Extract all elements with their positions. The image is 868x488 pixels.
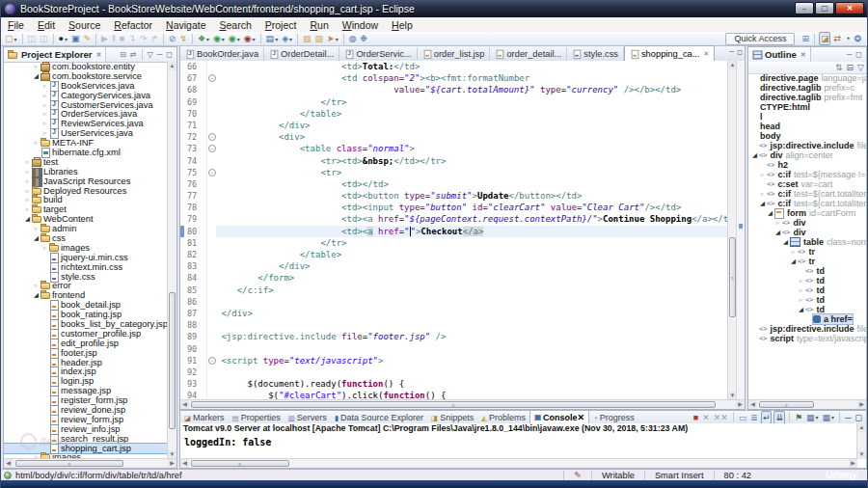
tree-item-style-css[interactable]: style.css xyxy=(4,272,168,282)
code-line[interactable]: 74 <tr><td>&nbsp;</td></tr> xyxy=(180,155,728,167)
tree-item-build[interactable]: ▹build xyxy=(4,195,168,204)
outline-item-table[interactable]: ◢tableclass=normal xyxy=(748,237,866,247)
code-line[interactable]: 70 </table> xyxy=(180,108,728,120)
chevron-collapsed-icon[interactable]: ▹ xyxy=(23,168,32,176)
view-tab-snippets[interactable]: ◨Snippets xyxy=(427,412,477,423)
code-line[interactable]: 82 </table> xyxy=(180,249,728,260)
outline-item-td[interactable]: ◢<>td xyxy=(748,305,866,314)
code-line[interactable]: 88 xyxy=(180,319,728,331)
outline-item-directive-taglib[interactable]: directive.taglibprefix=c xyxy=(748,83,866,93)
clear-console-icon[interactable]: ▭ xyxy=(738,412,748,423)
fold-collapse-icon[interactable]: − xyxy=(208,357,216,365)
console-horizontal-scrollbar[interactable]: ◀ ≡ ▶ xyxy=(180,458,857,468)
chevron-collapsed-icon[interactable]: ▹ xyxy=(41,110,49,118)
new-servlet-icon[interactable]: ◈▾ xyxy=(281,33,293,44)
maximize-icon[interactable]: ◻ xyxy=(854,412,863,423)
chevron-collapsed-icon[interactable]: ▹ xyxy=(23,158,32,166)
tree-item-userservices-java[interactable]: ▹UserServices.java xyxy=(4,128,168,138)
code-line[interactable]: 85 </c:if> xyxy=(180,285,728,296)
view-tab-properties[interactable]: ▤Properties xyxy=(229,412,285,423)
code-line[interactable]: 91− <script type="text/javascript"> xyxy=(180,355,728,366)
new-project-icon[interactable]: ▤▾ xyxy=(265,33,280,44)
chevron-expanded-icon[interactable]: ◢ xyxy=(32,72,41,80)
chevron-expanded-icon[interactable]: ◢ xyxy=(23,215,32,223)
show-output-icon[interactable]: ⇊ xyxy=(773,411,785,424)
console-view-icon[interactable]: ▣ xyxy=(70,33,81,44)
code-line[interactable]: 69 </tr> xyxy=(180,96,728,108)
tree-item-error[interactable]: ▹error xyxy=(4,281,168,290)
outline-item-td[interactable]: ▹<>td xyxy=(748,295,866,305)
menu-run[interactable]: Run xyxy=(303,19,335,31)
outline-item-td[interactable]: ▹<>td xyxy=(748,276,866,285)
code-line[interactable]: 90 xyxy=(180,343,728,355)
chevron-collapsed-icon[interactable]: ▹ xyxy=(23,205,32,213)
project-explorer-tab[interactable]: Project Explorer ✕ xyxy=(4,47,106,62)
scroll-left-icon[interactable]: ◀ xyxy=(4,459,13,468)
chevron-collapsed-icon[interactable]: ▹ xyxy=(797,286,805,294)
scroll-up-icon[interactable]: ▲ xyxy=(168,62,176,70)
fold-collapse-icon[interactable]: − xyxy=(208,133,216,141)
tree-item-com-bookstore-service[interactable]: ◢com.bookstore.service xyxy=(4,71,168,81)
debug-perspective-icon[interactable]: ◔ xyxy=(844,33,851,44)
editor-tab-orderservic[interactable]: OrderServic... xyxy=(339,47,417,61)
chevron-expanded-icon[interactable]: ◢ xyxy=(773,229,782,236)
outline-item-jsp-directive-include[interactable]: <>jsp:directive.includefile=header.jsp xyxy=(748,141,866,150)
web-browser-icon[interactable]: ◍ xyxy=(348,33,358,44)
tree-item-register-form-jsp[interactable]: register_form.jsp xyxy=(4,395,168,405)
chevron-collapsed-icon[interactable]: ▹ xyxy=(41,244,49,252)
chevron-collapsed-icon[interactable]: ▹ xyxy=(23,187,32,195)
chevron-collapsed-icon[interactable]: ▹ xyxy=(789,248,798,256)
console-vertical-scrollbar[interactable]: ▲ ▼ xyxy=(856,423,866,459)
code-line[interactable]: 71 </div> xyxy=(180,120,728,131)
tree-item-search-result-jsp[interactable]: search_result.jsp xyxy=(4,434,168,444)
run-icon[interactable]: ◉▾ xyxy=(212,33,226,44)
close-view-icon[interactable]: ✕ xyxy=(95,51,101,59)
tree-item-message-jsp[interactable]: message.jsp xyxy=(4,386,168,395)
view-menu-icon[interactable]: ▽ xyxy=(147,49,154,61)
minimize-icon[interactable]: ─ xyxy=(156,49,164,61)
outline-item-div[interactable]: ◢<>divalign=center xyxy=(748,150,866,160)
maximize-editor-icon[interactable]: ◻ xyxy=(737,48,743,56)
tree-item-bookservices-java[interactable]: ▹BookServices.java xyxy=(4,81,168,91)
tree-item-meta-inf[interactable]: ▹META-INF xyxy=(4,138,168,148)
menu-refactor[interactable]: Refactor xyxy=(107,19,159,31)
tree-item-javascript-resources[interactable]: ▹JavaScript Resources xyxy=(4,176,168,186)
code-line[interactable]: 87 </div> xyxy=(180,308,728,319)
outline-item-div[interactable]: ◢<>div xyxy=(748,228,866,237)
sort-icon[interactable]: ⇅ xyxy=(834,62,844,73)
tree-item-hibernate-cfg-xml[interactable]: hibernate.cfg.xml xyxy=(4,148,168,157)
chevron-collapsed-icon[interactable]: ▹ xyxy=(41,101,49,109)
code-line[interactable]: 67− <td colspan="2"><b><fmt:formatNumber xyxy=(180,72,728,84)
outline-horizontal-scrollbar[interactable]: ◀ ≡ ▶ xyxy=(748,399,866,409)
link-editor-icon[interactable]: ⇄ xyxy=(129,49,138,61)
tree-item-footer-jsp[interactable]: footer.jsp xyxy=(4,348,168,358)
tree-item-books-list-by-category-jsp[interactable]: books_list_by_category.jsp xyxy=(4,319,168,329)
tree-item-customer-profile-jsp[interactable]: customer_profile.jsp xyxy=(4,329,168,339)
tree-item-target[interactable]: ▹target xyxy=(4,204,168,214)
chevron-collapsed-icon[interactable]: ▹ xyxy=(41,120,49,127)
menu-project[interactable]: Project xyxy=(258,19,304,31)
chevron-expanded-icon[interactable]: ◢ xyxy=(750,151,759,159)
fold-collapse-icon[interactable]: − xyxy=(208,145,216,152)
scroll-right-icon[interactable]: ▶ xyxy=(849,459,857,468)
new-wizard-icon[interactable]: ▢▾ xyxy=(4,33,18,44)
scroll-left-icon[interactable]: ◀ xyxy=(748,400,757,409)
tree-item-images[interactable]: ▹images xyxy=(4,243,168,253)
code-line[interactable]: 80 <td><a href="">Checkout</a> xyxy=(180,226,728,237)
scroll-lock-icon[interactable]: ≣ xyxy=(749,412,759,423)
outline-item-form[interactable]: ◢formid=cartForm xyxy=(748,208,866,218)
outline-item-a-href[interactable]: a href= xyxy=(748,314,866,324)
editor-scroll-thumb[interactable]: ≡ xyxy=(729,237,736,317)
outline-item-jsp-directive-include[interactable]: <>jsp:directive.includefile=footer.jsp xyxy=(748,324,866,334)
team-icon[interactable]: ❉ xyxy=(360,33,369,44)
tree-item-jquery-ui-min-css[interactable]: jquery-ui.min.css xyxy=(4,253,168,262)
menu-edit[interactable]: Edit xyxy=(31,19,62,31)
scroll-left-icon[interactable]: ◀ xyxy=(180,400,189,409)
chevron-expanded-icon[interactable]: ◢ xyxy=(789,258,798,265)
code-line[interactable]: 86 xyxy=(180,296,728,308)
chevron-collapsed-icon[interactable]: ▹ xyxy=(32,225,41,232)
tree-item-edit-profile-jsp[interactable]: edit_profile.jsp xyxy=(4,339,168,348)
code-line[interactable]: 78 <td><input type="button" id="clearCar… xyxy=(180,202,728,213)
close-view-icon[interactable]: ✕ xyxy=(800,51,806,59)
fold-collapse-icon[interactable]: − xyxy=(208,74,216,82)
